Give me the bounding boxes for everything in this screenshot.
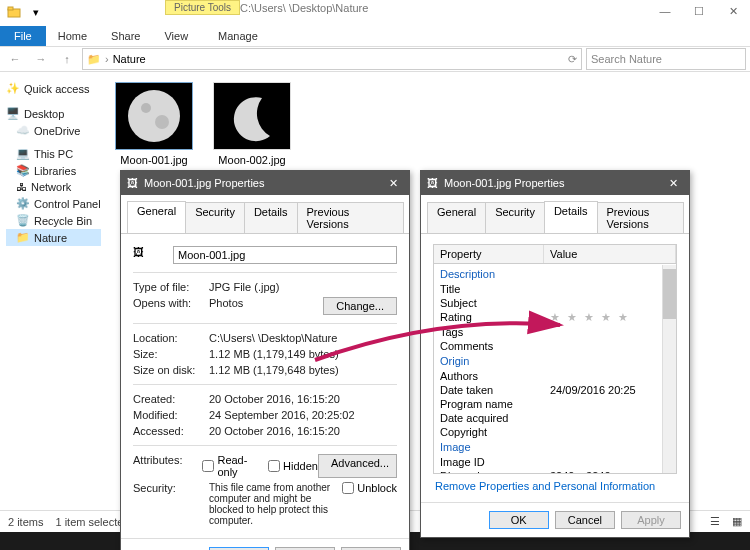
tab-previous-versions[interactable]: Previous Versions (597, 202, 684, 234)
tab-security[interactable]: Security (185, 202, 245, 234)
remove-properties-link[interactable]: Remove Properties and Personal Informati… (433, 474, 655, 492)
folder-icon: 📁 (87, 53, 101, 66)
star-icon: ✨ (6, 82, 20, 95)
dialog-title: Moon-001.jpg Properties (144, 177, 264, 189)
section-description: Description (434, 266, 676, 282)
thumbnail (213, 82, 291, 150)
properties-dialog-details: 🖼 Moon-001.jpg Properties ✕ General Secu… (420, 170, 690, 538)
tree-thispc[interactable]: 💻This PC (6, 145, 101, 162)
dialog-titlebar[interactable]: 🖼 Moon-001.jpg Properties ✕ (421, 171, 689, 195)
section-origin: Origin (434, 353, 676, 369)
controlpanel-icon: ⚙️ (16, 197, 30, 210)
view-details-icon[interactable]: ☰ (710, 515, 720, 528)
tree-network[interactable]: 🖧Network (6, 179, 101, 195)
minimize-button[interactable]: — (648, 0, 682, 22)
ribbon-tabs: File Home Share View Manage (0, 24, 750, 46)
tab-details[interactable]: Details (544, 201, 598, 233)
cancel-button[interactable]: Cancel (555, 511, 615, 529)
qat-button[interactable]: ▾ (26, 2, 46, 22)
recycle-icon: 🗑️ (16, 214, 30, 227)
manage-tab[interactable]: Manage (206, 26, 270, 46)
folder-icon: 📁 (16, 231, 30, 244)
apply-button[interactable]: Apply (621, 511, 681, 529)
properties-dialog-general: 🖼 Moon-001.jpg Properties ✕ General Secu… (120, 170, 410, 550)
svg-rect-1 (8, 7, 13, 10)
change-button[interactable]: Change... (323, 297, 397, 315)
cloud-icon: ☁️ (16, 124, 30, 137)
tab-general[interactable]: General (127, 201, 186, 233)
scrollbar[interactable] (662, 265, 676, 473)
tab-details[interactable]: Details (244, 202, 298, 234)
folder-icon[interactable] (4, 2, 24, 22)
tree-desktop[interactable]: 🖥️Desktop (6, 105, 101, 122)
view-tab[interactable]: View (152, 26, 200, 46)
status-item-count: 2 items (8, 516, 43, 528)
file-tab[interactable]: File (0, 26, 46, 46)
dialog-title: Moon-001.jpg Properties (444, 177, 564, 189)
rating-stars[interactable]: ★ ★ ★ ★ ★ (550, 311, 670, 324)
address-bar[interactable]: 📁 › Nature ⟳ (82, 48, 582, 70)
unblock-checkbox[interactable]: Unblock (342, 482, 397, 494)
breadcrumb[interactable]: Nature (113, 53, 146, 65)
file-label: Moon-002.jpg (213, 154, 291, 166)
svg-point-3 (141, 103, 151, 113)
libraries-icon: 📚 (16, 164, 30, 177)
dialog-titlebar[interactable]: 🖼 Moon-001.jpg Properties ✕ (121, 171, 409, 195)
image-icon: 🖼 (427, 177, 438, 189)
file-item[interactable]: Moon-002.jpg (213, 82, 291, 166)
address-bar-row: ← → ↑ 📁 › Nature ⟳ Search Nature (0, 46, 750, 72)
col-property[interactable]: Property (434, 245, 544, 263)
titlebar-path: C:\Users\ \Desktop\Nature (240, 2, 368, 14)
search-input[interactable]: Search Nature (586, 48, 746, 70)
up-button[interactable]: ↑ (56, 48, 78, 70)
close-icon[interactable]: ✕ (383, 177, 403, 190)
date-taken-value[interactable]: 24/09/2016 20:25 (550, 384, 670, 396)
tree-onedrive[interactable]: ☁️OneDrive (6, 122, 101, 139)
ok-button[interactable]: OK (489, 511, 549, 529)
home-tab[interactable]: Home (46, 26, 99, 46)
tab-security[interactable]: Security (485, 202, 545, 234)
close-button[interactable]: ✕ (716, 0, 750, 22)
file-label: Moon-001.jpg (115, 154, 193, 166)
pc-icon: 💻 (16, 147, 30, 160)
tree-controlpanel[interactable]: ⚙️Control Panel (6, 195, 101, 212)
view-thumbs-icon[interactable]: ▦ (732, 515, 742, 528)
network-icon: 🖧 (16, 181, 27, 193)
filetype-icon: 🖼 (133, 246, 173, 264)
filename-input[interactable] (173, 246, 397, 264)
desktop-icon: 🖥️ (6, 107, 20, 120)
advanced-button[interactable]: Advanced... (318, 454, 397, 478)
col-value[interactable]: Value (544, 245, 676, 263)
close-icon[interactable]: ✕ (663, 177, 683, 190)
svg-point-2 (128, 90, 180, 142)
contextual-tab-label: Picture Tools (165, 0, 240, 15)
tab-general[interactable]: General (427, 202, 486, 234)
maximize-button[interactable]: ☐ (682, 0, 716, 22)
tab-previous-versions[interactable]: Previous Versions (297, 202, 404, 234)
share-tab[interactable]: Share (99, 26, 152, 46)
tree-recycle[interactable]: 🗑️Recycle Bin (6, 212, 101, 229)
thumbnail (115, 82, 193, 150)
image-icon: 🖼 (127, 177, 138, 189)
svg-point-4 (155, 115, 169, 129)
tree-nature[interactable]: 📁Nature (6, 229, 101, 246)
forward-button[interactable]: → (30, 48, 52, 70)
titlebar: ▾ (0, 0, 750, 24)
tree-libraries[interactable]: 📚Libraries (6, 162, 101, 179)
quick-access[interactable]: ✨Quick access (6, 80, 101, 97)
readonly-checkbox[interactable]: Read-only (202, 454, 262, 478)
section-image: Image (434, 439, 676, 455)
hidden-checkbox[interactable]: Hidden (268, 454, 318, 478)
file-item[interactable]: Moon-001.jpg (115, 82, 193, 166)
details-table: PropertyValue Description Title Subject … (433, 244, 677, 474)
back-button[interactable]: ← (4, 48, 26, 70)
scrollbar-thumb[interactable] (663, 269, 676, 319)
navigation-tree: ✨Quick access 🖥️Desktop ☁️OneDrive 💻This… (0, 72, 105, 502)
